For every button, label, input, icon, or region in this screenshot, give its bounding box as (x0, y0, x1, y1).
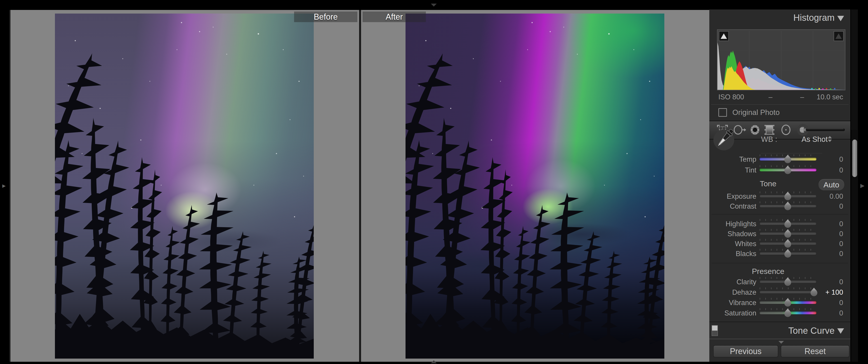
shutter-value: 10.0 sec (817, 93, 843, 101)
shadows-slider[interactable] (759, 229, 816, 238)
basic-slider-row-dehaze: Dehaze+ 100 (709, 287, 850, 297)
tone-curve-collapse-icon[interactable] (837, 328, 844, 334)
before-pane: Before (10, 10, 359, 362)
separator (712, 263, 848, 263)
histogram-title: Histogram (794, 13, 835, 23)
dehaze-slider-ticks (760, 288, 816, 289)
basic-slider-row-highlights: Highlights0 (709, 219, 850, 229)
saturation-slider[interactable] (759, 308, 816, 318)
develop-right-panel: Histogram (709, 9, 850, 362)
scrollbar-track-ribs (851, 9, 858, 130)
basic-slider-row-blacks: Blacks0 (709, 249, 850, 258)
dehaze-value[interactable]: + 100 (816, 288, 843, 296)
basic-slider-row-saturation: Saturation0 (709, 308, 850, 318)
before-trees-silhouette (55, 13, 314, 359)
before-photo[interactable] (55, 13, 314, 359)
after-pane: After (361, 10, 709, 362)
temp-label: Temp (739, 155, 756, 164)
top-panel-expand-icon[interactable] (431, 4, 437, 6)
temp-value[interactable]: 0 (816, 155, 843, 164)
temp-slider[interactable] (759, 154, 816, 164)
dehaze-slider-track[interactable] (759, 290, 817, 294)
contrast-slider[interactable] (759, 201, 816, 211)
iso-value: ISO 800 (718, 93, 744, 101)
vibrance-label: Vibrance (729, 299, 756, 307)
wb-label: WB : (761, 135, 777, 143)
tint-slider[interactable] (759, 165, 816, 175)
separator (712, 214, 848, 214)
blacks-slider[interactable] (759, 249, 816, 258)
scrollbar-thumb[interactable] (852, 139, 857, 177)
after-label-text: After (385, 12, 403, 22)
fstop-value: – (769, 93, 772, 101)
blacks-value[interactable]: 0 (816, 250, 843, 258)
saturation-label: Saturation (724, 309, 756, 317)
separator (709, 322, 850, 322)
right-panel-collapse-icon[interactable]: ▶ (860, 183, 864, 189)
after-label: After (363, 11, 426, 22)
original-photo-checkbox[interactable] (718, 108, 727, 117)
exposure-label: Exposure (727, 192, 756, 200)
whites-slider[interactable] (759, 238, 816, 249)
original-photo-label: Original Photo (733, 108, 780, 117)
presence-sliders-group: Clarity0Dehaze+ 100Vibrance0Saturation0 (709, 276, 850, 318)
tone-range-sliders-group: Highlights0Shadows0Whites0Blacks0 (709, 219, 850, 258)
contrast-value[interactable]: 0 (816, 202, 843, 210)
panel-scrollbar (851, 9, 858, 362)
left-panel-expand-icon[interactable]: ▸ (2, 181, 6, 190)
clarity-slider[interactable] (759, 276, 816, 287)
wb-selected-value[interactable]: As Shot (802, 135, 828, 143)
dehaze-slider[interactable] (759, 287, 816, 297)
whites-value[interactable]: 0 (816, 240, 843, 248)
basic-slider-row-exposure: Exposure0.00 (709, 191, 850, 201)
exposure-slider[interactable] (759, 191, 816, 201)
tint-value[interactable]: 0 (816, 166, 843, 174)
exposure-value[interactable]: 0.00 (816, 192, 843, 200)
basic-slider-row-clarity: Clarity0 (709, 276, 850, 287)
workspace-left-border (9, 10, 10, 362)
previous-button[interactable]: Previous (713, 345, 778, 358)
tint-label: Tint (745, 166, 756, 174)
contrast-label: Contrast (730, 202, 756, 210)
highlights-label: Highlights (725, 220, 756, 228)
bottom-panel-expand-icon[interactable] (431, 360, 437, 363)
whites-label: Whites (735, 240, 756, 248)
highlights-slider[interactable] (759, 219, 816, 229)
tone-curve-title: Tone Curve (788, 326, 835, 336)
separator (711, 104, 848, 105)
white-balance-row: WB : As Shot (709, 133, 850, 146)
lightroom-develop-window: Before After Histogram (0, 0, 868, 364)
basic-slider-row-temp: Temp0 (709, 154, 850, 164)
highlight-clipping-indicator[interactable] (834, 31, 844, 41)
shadows-value[interactable]: 0 (816, 230, 843, 238)
dehaze-label: Dehaze (732, 288, 756, 296)
vibrance-slider[interactable] (759, 297, 816, 307)
separator (709, 339, 850, 339)
tone-section-header: Tone (737, 179, 800, 188)
vibrance-value[interactable]: 0 (816, 299, 843, 307)
blacks-label: Blacks (736, 250, 756, 258)
basic-slider-row-vibrance: Vibrance0 (709, 297, 850, 307)
reset-button[interactable]: Reset (781, 345, 849, 358)
histogram-chart (717, 31, 845, 90)
before-label: Before (294, 11, 358, 22)
tone-sliders-group: Exposure0.00Contrast0 (709, 191, 850, 211)
histogram-collapse-icon[interactable] (837, 16, 844, 21)
highlights-value[interactable]: 0 (816, 220, 843, 228)
histogram-plot[interactable] (717, 29, 845, 90)
clarity-value[interactable]: 0 (816, 278, 843, 286)
saturation-value[interactable]: 0 (816, 309, 843, 317)
wb-sliders-group: Temp0Tint0 (709, 154, 850, 176)
wb-dropdown-icon[interactable] (828, 136, 832, 142)
before-label-text: Before (314, 12, 338, 22)
panel-end-marker-icon (778, 341, 784, 344)
tone-curve-toggle-icon[interactable] (712, 325, 718, 336)
shadow-clipping-indicator[interactable] (719, 31, 729, 41)
basic-slider-row-contrast: Contrast0 (709, 201, 850, 211)
compare-divider (359, 10, 361, 362)
auto-tone-button[interactable]: Auto (818, 179, 844, 191)
presence-section-header: Presence (737, 267, 800, 276)
after-trees-silhouette (405, 13, 664, 359)
basic-slider-row-tint: Tint0 (709, 165, 850, 175)
after-photo[interactable] (405, 13, 664, 359)
